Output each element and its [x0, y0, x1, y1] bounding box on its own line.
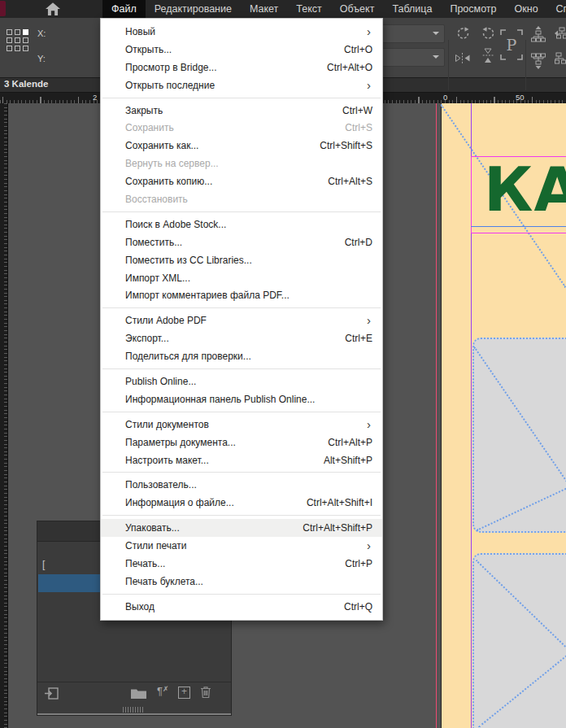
proxy-cell[interactable] — [23, 37, 28, 43]
styles-panel-toolbar: ¶✗ + — [37, 682, 231, 705]
menu-item-shortcut: Ctrl+Alt+S — [328, 176, 372, 187]
submenu-arrow-icon: › — [367, 316, 372, 325]
menubar-item-file[interactable]: Файл — [102, 0, 146, 18]
menu-separator — [102, 472, 381, 473]
file-menu-item-save-copy[interactable]: Сохранить копию...Ctrl+Alt+S — [101, 172, 382, 190]
menu-item-label: Поместить из CC Libraries... — [125, 255, 372, 266]
structure-right-icon[interactable] — [555, 51, 566, 69]
reference-point-proxy[interactable] — [7, 29, 28, 51]
vertical-ruler[interactable] — [0, 103, 8, 728]
menu-item-label: Выход — [125, 601, 344, 612]
document-tab[interactable]: 3 Kalende — [4, 79, 48, 89]
menubar-item-help[interactable]: Справка — [547, 0, 566, 18]
menu-item-label: Открыть... — [125, 44, 344, 55]
menu-item-label: Восстановить — [125, 194, 372, 205]
file-menu-item-print-booklet[interactable]: Печать буклета... — [101, 573, 382, 591]
menu-item-shortcut: Ctrl+Q — [344, 601, 372, 612]
file-menu-item-close[interactable]: ЗакрытьCtrl+W — [101, 102, 382, 120]
menu-item-label: Просмотр в Bridge... — [125, 62, 327, 73]
proxy-cell[interactable] — [7, 37, 12, 43]
menubar-item-table[interactable]: Таблица — [383, 0, 441, 18]
menu-item-label: Publish Online... — [125, 376, 372, 387]
menubar-item-view[interactable]: Просмотр — [441, 0, 505, 18]
menu-item-shortcut: Ctrl+E — [345, 333, 372, 344]
file-menu-item-file-info[interactable]: Информация о файле...Ctrl+Alt+Shift+I — [101, 494, 382, 512]
file-menu-item-user[interactable]: Пользователь... — [101, 476, 382, 494]
proxy-cell[interactable] — [15, 46, 20, 51]
file-menu-item-open[interactable]: Открыть...Ctrl+O — [101, 41, 382, 59]
home-icon[interactable] — [46, 2, 60, 15]
file-menu-item-adobe-pdf-presets[interactable]: Стили Adobe PDF› — [101, 312, 382, 329]
menu-item-label: Сохранить — [125, 122, 345, 133]
menu-separator — [102, 515, 381, 516]
proxy-cell[interactable] — [15, 29, 20, 35]
rotate-ccw-icon[interactable] — [480, 26, 496, 41]
menubar-item-type[interactable]: Текст — [287, 0, 330, 18]
file-menu-item-export[interactable]: Экспорт...Ctrl+E — [101, 329, 382, 347]
scale-y-combobox[interactable] — [375, 48, 445, 67]
headline-text[interactable]: КА — [484, 155, 566, 225]
app-icon[interactable] — [0, 1, 6, 16]
file-menu-item-revert[interactable]: Восстановить — [101, 190, 382, 208]
menu-item-shortcut: Ctrl+P — [345, 558, 372, 569]
file-menu-item-adjust-layout[interactable]: Настроить макет...Alt+Shift+P — [101, 451, 382, 469]
file-menu-item-adobe-stock[interactable]: Поиск в Adobe Stock... — [101, 216, 382, 233]
structure-down-icon[interactable] — [531, 51, 546, 69]
menu-separator — [102, 368, 381, 369]
file-menu-item-browse-in-bridge[interactable]: Просмотр в Bridge...Ctrl+Alt+O — [101, 59, 382, 76]
file-menu-item-document-setup[interactable]: Параметры документа...Ctrl+Alt+P — [101, 434, 382, 451]
file-menu-item-import-xml[interactable]: Импорт XML... — [101, 269, 382, 287]
trash-icon[interactable] — [200, 686, 211, 699]
menu-item-label: Поделиться для проверки... — [125, 351, 372, 362]
panel-resize-grip[interactable] — [123, 707, 144, 713]
flip-horizontal-icon[interactable] — [454, 52, 472, 64]
proxy-cell[interactable] — [7, 29, 12, 35]
menu-separator — [102, 594, 381, 595]
menubar-item-layout[interactable]: Макет — [241, 0, 287, 18]
menu-item-label: Поместить... — [125, 237, 345, 248]
menu-item-shortcut: Ctrl+W — [342, 105, 372, 116]
menu-item-shortcut: Ctrl+D — [345, 237, 372, 248]
scale-x-combobox[interactable] — [375, 24, 445, 43]
menubar-item-window[interactable]: Окно — [506, 0, 547, 18]
menubar-item-object[interactable]: Объект — [331, 0, 384, 18]
file-menu-item-save-as[interactable]: Сохранить как...Ctrl+Shift+S — [101, 137, 382, 155]
menu-item-label: Сохранить как... — [125, 140, 320, 151]
file-menu-item-package[interactable]: Упаковать...Ctrl+Alt+Shift+P — [101, 519, 382, 537]
menubar-items: ФайлРедактированиеМакетТекстОбъектТаблиц… — [102, 0, 566, 18]
proxy-cell-active[interactable] — [23, 29, 28, 35]
file-menu-item-place[interactable]: Поместить...Ctrl+D — [101, 233, 382, 251]
proxy-cell[interactable] — [7, 46, 12, 51]
submenu-arrow-icon: › — [367, 81, 372, 89]
chevron-down-icon — [433, 55, 439, 59]
file-menu-item-check-in[interactable]: Вернуть на сервер... — [101, 155, 382, 172]
pilcrow-slash-icon[interactable]: ¶✗ — [157, 685, 169, 697]
file-menu-item-save[interactable]: СохранитьCtrl+S — [101, 119, 382, 137]
placeholder-shape-bottom[interactable] — [472, 553, 566, 728]
file-menu-item-new[interactable]: Новый› — [101, 23, 382, 41]
structure-up-icon[interactable] — [531, 26, 546, 44]
file-menu-item-publish-online[interactable]: Publish Online... — [101, 373, 382, 390]
proxy-cell[interactable] — [15, 37, 20, 43]
file-menu-item-import-pdf-comments[interactable]: Импорт комментариев файла PDF... — [101, 286, 382, 304]
folder-icon[interactable] — [131, 688, 146, 699]
proxy-cell[interactable] — [23, 46, 28, 51]
menu-separator — [102, 307, 381, 308]
plus-box-icon[interactable]: + — [178, 687, 190, 699]
file-menu-item-exit[interactable]: ВыходCtrl+Q — [101, 598, 382, 616]
p-frame-icon[interactable]: P — [500, 29, 523, 60]
file-menu-item-print-presets[interactable]: Стили печати› — [101, 537, 382, 555]
style-list-item[interactable]: [ — [42, 559, 45, 570]
file-menu-item-place-cc-libraries[interactable]: Поместить из CC Libraries... — [101, 251, 382, 269]
structure-left-icon[interactable] — [555, 26, 566, 44]
file-menu-item-document-presets[interactable]: Стили документов› — [101, 416, 382, 434]
file-menu-item-publish-online-dashboard[interactable]: Информационная панель Publish Online... — [101, 390, 382, 408]
rotate-cw-icon[interactable] — [455, 26, 472, 41]
file-menu-item-print[interactable]: Печать...Ctrl+P — [101, 555, 382, 573]
load-style-icon[interactable] — [44, 687, 59, 700]
menubar-item-edit[interactable]: Редактирование — [146, 0, 241, 18]
file-menu-item-share-for-review[interactable]: Поделиться для проверки... — [101, 347, 382, 365]
ruler-label: 2 — [93, 93, 97, 102]
flip-vertical-icon[interactable] — [482, 47, 494, 65]
file-menu-item-open-recent[interactable]: Открыть последние› — [101, 76, 382, 94]
